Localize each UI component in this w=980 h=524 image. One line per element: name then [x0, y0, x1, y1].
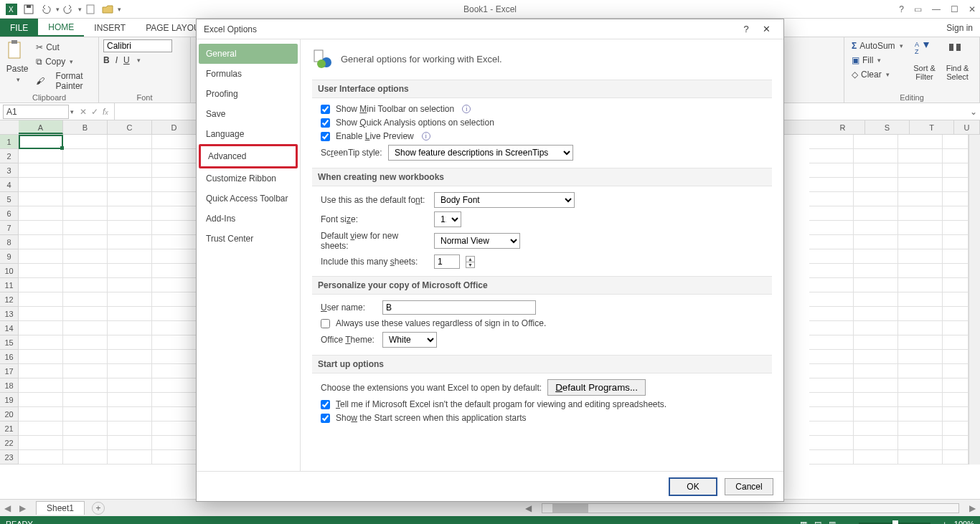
- font-name-combo[interactable]: [103, 39, 172, 52]
- office-theme-select[interactable]: White: [382, 332, 437, 348]
- qat-customize-caret[interactable]: ▾: [118, 6, 121, 13]
- redo-icon[interactable]: [61, 2, 75, 16]
- cell[interactable]: [63, 235, 108, 249]
- cell[interactable]: [898, 292, 943, 307]
- cell[interactable]: [943, 278, 969, 292]
- cell[interactable]: [809, 278, 854, 292]
- chk-tell-default[interactable]: [321, 400, 330, 409]
- cell[interactable]: [943, 364, 969, 378]
- name-box-dropdown[interactable]: ▾: [70, 108, 74, 115]
- cell[interactable]: [108, 335, 152, 350]
- cell[interactable]: [809, 450, 854, 465]
- dialog-close-icon[interactable]: ✕: [756, 24, 776, 34]
- default-view-select[interactable]: Normal View: [434, 233, 520, 249]
- copy-button[interactable]: ⧉Copy▾: [33, 55, 94, 68]
- lbl-mini-toolbar[interactable]: Show Mini Toolbar on selection: [336, 104, 454, 114]
- maximize-icon[interactable]: ☐: [951, 4, 958, 14]
- cell[interactable]: [19, 407, 63, 421]
- cell[interactable]: [809, 235, 854, 249]
- cell[interactable]: [63, 278, 108, 292]
- cell[interactable]: [63, 292, 108, 307]
- formula-expand-icon[interactable]: ⌄: [970, 107, 977, 117]
- cell[interactable]: [854, 335, 898, 350]
- lbl-show-start-screen[interactable]: Show the Start screen when this applicat…: [336, 413, 526, 423]
- save-icon[interactable]: [22, 2, 36, 16]
- paste-button[interactable]: Paste ▾: [4, 39, 30, 92]
- horizontal-scrollbar[interactable]: [542, 503, 959, 513]
- cell[interactable]: [854, 321, 898, 335]
- cell[interactable]: [108, 307, 152, 321]
- cell[interactable]: [898, 307, 943, 321]
- cell[interactable]: [63, 221, 108, 235]
- cell[interactable]: [63, 321, 108, 335]
- cell[interactable]: [108, 206, 152, 221]
- cell[interactable]: [108, 278, 152, 292]
- cell[interactable]: [108, 378, 152, 393]
- cell[interactable]: [943, 335, 969, 350]
- cell[interactable]: [152, 421, 197, 436]
- cell[interactable]: [63, 149, 108, 163]
- cell[interactable]: [152, 407, 197, 421]
- nav-advanced[interactable]: Advanced: [199, 144, 298, 168]
- cell[interactable]: [19, 421, 63, 436]
- cell[interactable]: [809, 393, 854, 407]
- hscroll-left-icon[interactable]: ◀: [521, 503, 536, 513]
- cell[interactable]: [63, 178, 108, 192]
- cell[interactable]: [63, 163, 108, 178]
- cell[interactable]: [152, 206, 197, 221]
- page-break-view-icon[interactable]: ▥: [829, 520, 836, 525]
- row-header[interactable]: 19: [0, 393, 18, 407]
- cell[interactable]: [19, 378, 63, 393]
- nav-general[interactable]: General: [199, 44, 298, 64]
- cell[interactable]: [63, 407, 108, 421]
- cell[interactable]: [108, 135, 152, 149]
- cell[interactable]: [854, 350, 898, 364]
- cell[interactable]: [898, 436, 943, 450]
- cell[interactable]: [108, 364, 152, 378]
- row-header[interactable]: 6: [0, 206, 18, 221]
- row-header[interactable]: 5: [0, 192, 18, 206]
- cell[interactable]: [63, 393, 108, 407]
- cell[interactable]: [809, 221, 854, 235]
- cell[interactable]: [943, 149, 969, 163]
- zoom-out-icon[interactable]: –: [843, 520, 847, 524]
- cell[interactable]: [108, 249, 152, 264]
- cell[interactable]: [809, 264, 854, 278]
- cell[interactable]: [108, 421, 152, 436]
- cell[interactable]: [854, 407, 898, 421]
- cell[interactable]: [854, 378, 898, 393]
- default-programs-button[interactable]: Default Programs...: [547, 379, 646, 396]
- cell[interactable]: [943, 163, 969, 178]
- cell[interactable]: [152, 149, 197, 163]
- row-header[interactable]: 20: [0, 407, 18, 421]
- cell[interactable]: [152, 178, 197, 192]
- cell[interactable]: [108, 149, 152, 163]
- cell[interactable]: [854, 135, 898, 149]
- row-header[interactable]: 9: [0, 249, 18, 264]
- cell[interactable]: [108, 321, 152, 335]
- cell[interactable]: [152, 292, 197, 307]
- cell[interactable]: [152, 249, 197, 264]
- cell[interactable]: [152, 450, 197, 465]
- cell[interactable]: [152, 393, 197, 407]
- info-icon[interactable]: i: [462, 105, 471, 113]
- cell[interactable]: [943, 292, 969, 307]
- cell[interactable]: [63, 350, 108, 364]
- cell[interactable]: [63, 192, 108, 206]
- open-folder-icon[interactable]: [100, 2, 115, 16]
- chk-live-preview[interactable]: [321, 132, 330, 141]
- cell[interactable]: [19, 249, 63, 264]
- cell[interactable]: [809, 378, 854, 393]
- username-input[interactable]: [382, 300, 536, 315]
- nav-quick-access-toolbar[interactable]: Quick Access Toolbar: [199, 189, 298, 209]
- cell[interactable]: [898, 278, 943, 292]
- cell[interactable]: [19, 264, 63, 278]
- cell[interactable]: [809, 292, 854, 307]
- cell[interactable]: [943, 421, 969, 436]
- row-header[interactable]: 11: [0, 278, 18, 292]
- info-icon[interactable]: i: [422, 132, 430, 140]
- cell[interactable]: [809, 206, 854, 221]
- cell[interactable]: [943, 307, 969, 321]
- cell[interactable]: [152, 135, 197, 149]
- cell[interactable]: [854, 178, 898, 192]
